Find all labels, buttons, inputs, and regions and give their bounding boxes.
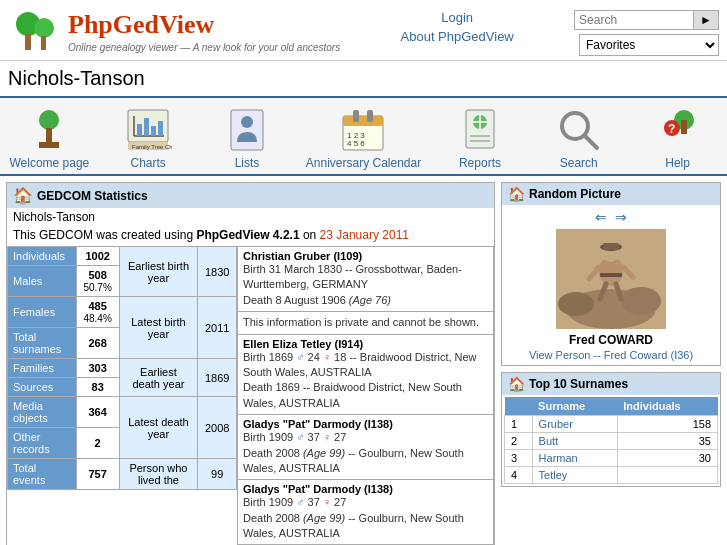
stat-value-events: 757	[76, 459, 119, 490]
stat-label-males: Males	[8, 266, 77, 297]
row-num-4: 4	[505, 467, 533, 484]
longest-lived-label: Person wholived the	[125, 462, 193, 486]
row-surname-3[interactable]: Harman	[532, 450, 617, 467]
tab-help-label: Help	[665, 156, 690, 170]
year-cell-birth-latest: Latest birthyear	[119, 297, 198, 359]
svg-rect-20	[353, 110, 359, 122]
table-row: Ellen Eliza Tetley (I914) Birth 1869 ♂ 2…	[238, 334, 494, 415]
record-details-2: This information is private and cannot b…	[243, 315, 488, 330]
surname-link-1[interactable]: Gruber	[539, 418, 573, 430]
tab-welcome-label: Welcome page	[9, 156, 89, 170]
latest-birth-label: Latest birthyear	[125, 316, 193, 340]
tab-charts[interactable]: Family Tree Charts Charts	[108, 106, 188, 170]
row-surname-2[interactable]: Butt	[532, 433, 617, 450]
tab-search-label: Search	[560, 156, 598, 170]
svg-rect-5	[46, 128, 52, 142]
col-surname: Surname	[532, 397, 617, 416]
stat-value-surnames: 268	[76, 328, 119, 359]
gedcom-description: This GEDCOM was created using	[13, 228, 193, 242]
year-value-birth-latest: 2011	[198, 297, 237, 359]
table-row: Females 48548.4% Latest birthyear 2011	[8, 297, 237, 328]
tab-help[interactable]: ? Help	[638, 106, 718, 170]
row-count-3: 30	[617, 450, 717, 467]
favorites-dropdown[interactable]: Favorites	[579, 34, 719, 56]
tab-search[interactable]: Search	[539, 106, 619, 170]
latest-death-label: Latest deathyear	[125, 416, 193, 440]
surname-link-4[interactable]: Tetley	[539, 469, 568, 481]
col-individuals: Individuals	[617, 397, 717, 416]
random-picture-section: 🏠 Random Picture ⇐ ⇒	[501, 182, 721, 366]
year-value-death-latest: 2008	[198, 397, 237, 459]
random-picture-link[interactable]: View Person -- Fred Coward (I36)	[529, 349, 693, 361]
svg-rect-10	[137, 124, 142, 136]
year-value-lived: 99	[198, 459, 237, 490]
search-box-row: ►	[574, 10, 719, 30]
tab-reports[interactable]: Reports	[440, 106, 520, 170]
record-cell-2: This information is private and cannot b…	[238, 312, 494, 334]
records-table: Christian Gruber (I109) Birth 31 March 1…	[237, 246, 494, 545]
record-name-5: Gladys "Pat" Darmody (I138)	[243, 483, 488, 495]
svg-text:?: ?	[668, 122, 675, 136]
prev-picture-arrow[interactable]: ⇐	[595, 209, 607, 225]
gedcom-subtitle: Nichols-Tanson	[7, 208, 494, 226]
nav-center: Login About PhpGedView	[401, 6, 514, 48]
logo-php: Php	[68, 10, 113, 39]
about-link[interactable]: About PhpGedView	[401, 29, 514, 44]
svg-point-4	[39, 110, 59, 130]
random-picture-title: 🏠 Random Picture	[502, 183, 720, 205]
year-value-death-earliest: 1869	[198, 359, 237, 397]
search-button[interactable]: ►	[694, 10, 719, 30]
row-surname-4[interactable]: Tetley	[532, 467, 617, 484]
stat-label-individuals: Individuals	[8, 247, 77, 266]
table-row: Christian Gruber (I109) Birth 31 March 1…	[238, 247, 494, 312]
gedcom-on: on	[303, 228, 320, 242]
svg-rect-6	[39, 142, 59, 148]
svg-rect-21	[367, 110, 373, 122]
year-cell-death-latest: Latest deathyear	[119, 397, 198, 459]
top-surnames-heading: Top 10 Surnames	[529, 377, 628, 391]
record-details-3: Birth 1869 ♂ 24 ♀ 18 -- Braidwood Distri…	[243, 350, 488, 412]
surname-link-2[interactable]: Butt	[539, 435, 559, 447]
svg-point-38	[558, 292, 594, 316]
tab-welcome[interactable]: Welcome page	[9, 106, 89, 170]
table-row: 2 Butt 35	[505, 433, 718, 450]
welcome-icon	[25, 106, 73, 154]
tab-anniversary[interactable]: 1 2 3 4 5 6 Anniversary Calendar	[306, 106, 421, 170]
stat-label-other: Otherrecords	[8, 428, 77, 459]
search-input[interactable]	[574, 10, 694, 30]
row-surname-1[interactable]: Gruber	[532, 416, 617, 433]
table-row: Totalevents 757 Person wholived the 99	[8, 459, 237, 490]
page-title-bar: Nichols-Tanson	[0, 61, 727, 98]
svg-point-17	[241, 116, 253, 128]
row-num-3: 3	[505, 450, 533, 467]
stat-label-sources: Sources	[8, 378, 77, 397]
year-cell-death-earliest: Earliestdeath year	[119, 359, 198, 397]
login-link[interactable]: Login	[441, 10, 473, 25]
tab-lists[interactable]: Lists	[207, 106, 287, 170]
logo: PhpGedView Online genealogy viewer — A n…	[8, 6, 340, 56]
svg-text:Family Tree Charts: Family Tree Charts	[132, 144, 172, 150]
stats-right: Christian Gruber (I109) Birth 31 March 1…	[237, 246, 494, 545]
gedcom-date: 23 January 2011	[320, 228, 409, 242]
stat-value-females: 48548.4%	[76, 297, 119, 328]
svg-rect-43	[603, 243, 619, 250]
table-header-row: Surname Individuals	[505, 397, 718, 416]
year-cell-birth: Earliest birthyear	[119, 247, 198, 297]
svg-point-39	[621, 287, 661, 315]
table-row: Individuals 1002 Earliest birthyear 1830	[8, 247, 237, 266]
record-cell-1: Christian Gruber (I109) Birth 31 March 1…	[238, 247, 494, 312]
stat-value-sources: 83	[76, 378, 119, 397]
earliest-birth-label: Earliest birthyear	[125, 260, 193, 284]
row-count-1: 158	[617, 416, 717, 433]
stats-left: Individuals 1002 Earliest birthyear 1830…	[7, 246, 237, 545]
stat-value-individuals: 1002	[76, 247, 119, 266]
next-picture-arrow[interactable]: ⇒	[615, 209, 627, 225]
logo-area: PhpGedView Online genealogy viewer — A n…	[8, 6, 340, 56]
surname-link-3[interactable]: Harman	[539, 452, 578, 464]
stat-value-families: 303	[76, 359, 119, 378]
record-details-1: Birth 31 March 1830 -- Grossbottwar, Bad…	[243, 262, 488, 308]
row-count-4	[617, 467, 717, 484]
top-surnames-section: 🏠 Top 10 Surnames Surname Individuals 1	[501, 372, 721, 487]
surnames-table: Surname Individuals 1 Gruber 158 2 Butt	[504, 397, 718, 484]
logo-gedview: GedView	[113, 10, 215, 39]
